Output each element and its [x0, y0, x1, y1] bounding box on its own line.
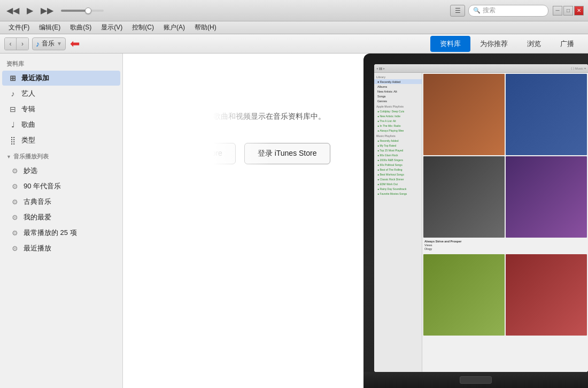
mini-albums-grid [422, 73, 588, 239]
back-forward-buttons: ‹ › [4, 37, 29, 50]
songs-label: 歌曲 [21, 120, 35, 130]
playlists-section[interactable]: ▼ 音乐播放列表 [0, 148, 122, 163]
mini-itunes-ui: ◂ ▮▮ ▸ ⟨ ⟩ Music ▾ Library ● Recently Ad… [374, 64, 588, 372]
recent-icon: ⚙ [11, 245, 19, 253]
albums-label: 专辑 [21, 104, 35, 114]
mini-item-recently: ● Recently Added [374, 79, 422, 84]
mini-pl-6: ● 60s Political Songs [374, 162, 422, 167]
menu-file[interactable]: 文件(F) [4, 22, 34, 33]
next-button[interactable]: ▶▶ [38, 4, 56, 17]
menu-bar: 文件(F) 编辑(E) 歌曲(S) 显示(V) 控制(C) 账户(A) 帮助(H… [0, 21, 588, 34]
sidebar-item-albums[interactable]: ⊟ 专辑 [2, 102, 120, 117]
close-button[interactable]: ✕ [574, 6, 584, 16]
sidebar-item-top25[interactable]: ⚙ 最常播放的 25 项 [2, 225, 120, 240]
list-view-button[interactable]: ☰ [450, 5, 465, 17]
mini-always-strive: Always Strive and Prosper [424, 240, 586, 243]
macbook-body: ◂ ▮▮ ▸ ⟨ ⟩ Music ▾ Library ● Recently Ad… [363, 54, 588, 388]
sidebar-item-90s[interactable]: ⚙ 90 年代音乐 [2, 179, 120, 194]
library-section-label: 资料库 [0, 56, 122, 70]
menu-account[interactable]: 账户(A) [159, 22, 189, 33]
mini-album-1 [423, 74, 505, 155]
volume-thumb [85, 7, 91, 14]
menu-edit[interactable]: 编辑(E) [35, 22, 65, 33]
mini-pl-1: ● Recently Added [374, 138, 422, 143]
sidebar-item-recent[interactable]: ⚙ 最近播放 [2, 241, 120, 256]
mini-body: Library ● Recently Added Albums New Arti… [374, 73, 588, 372]
mini-controls: ◂ ▮▮ ▸ [376, 66, 385, 70]
main-area: 资料库 ⊞ 最近添加 ♪ 艺人 ⊟ 专辑 ♩ 歌曲 ⣿ 类型 ▼ 音乐播放列表 … [0, 54, 588, 388]
forward-button[interactable]: › [17, 38, 28, 50]
sidebar-item-classical[interactable]: ⚙ 古典音乐 [2, 194, 120, 209]
menu-song[interactable]: 歌曲(S) [66, 22, 96, 33]
tab-browse[interactable]: 浏览 [517, 36, 551, 52]
mini-item-albums: Albums [374, 84, 422, 89]
artists-icon: ♪ [9, 89, 17, 98]
menu-controls[interactable]: 控制(C) [128, 22, 158, 33]
playlist-chevron-icon: ▼ [6, 154, 11, 159]
mini-prev-icon: ◂ [376, 66, 378, 70]
source-label: 音乐 [42, 39, 55, 48]
mini-apple-3: ● The A List: Alt [374, 118, 422, 123]
recently-added-icon: ⊞ [9, 74, 17, 82]
music-note-icon: ♪ [36, 40, 40, 48]
mini-apple-4: ● In The Mix: Radio [374, 123, 422, 128]
search-box[interactable]: 🔍 搜索 [468, 5, 548, 17]
sidebar-item-genius[interactable]: ⚙ 妙选 [2, 163, 120, 178]
chevron-down-icon: ▼ [57, 41, 62, 47]
mini-pl-4: ● 90s Glam Rock [374, 153, 422, 157]
genres-label: 类型 [21, 135, 35, 145]
sidebar-item-favorites[interactable]: ⚙ 我的最爱 [2, 210, 120, 225]
mini-bottom-album-2 [506, 254, 587, 336]
mini-sidebar: Library ● Recently Added Albums New Arti… [374, 73, 422, 372]
mini-pl-11: ● Rainy Day Soundtrack [374, 186, 422, 191]
mini-playlists-label: Music Playlists [374, 133, 422, 138]
mini-item-genres: Genres [374, 98, 422, 103]
nav-bar: ‹ › ♪ 音乐 ▼ ⬅ 资料库 为你推荐 浏览 广播 [0, 34, 588, 54]
tab-recommended[interactable]: 为你推荐 [470, 36, 517, 52]
mini-apple-1: ● Coldplay: Deep Cuts [374, 109, 422, 113]
title-bar: ◀◀ ▶ ▶▶ ☰ 🔍 搜索 ─ □ ✕ [0, 0, 588, 21]
transport-controls: ◀◀ ▶ ▶▶ [4, 4, 104, 17]
search-area: ☰ 🔍 搜索 [450, 5, 548, 17]
macbook-image: ◂ ▮▮ ▸ ⟨ ⟩ Music ▾ Library ● Recently Ad… [363, 54, 588, 388]
mini-item-artists: New Artists: Alt [374, 89, 422, 94]
top25-label: 最常播放的 25 项 [24, 228, 77, 238]
tab-library[interactable]: 资料库 [430, 36, 470, 52]
login-store-button[interactable]: 登录 iTunes Store [244, 143, 330, 164]
minimize-button[interactable]: ─ [553, 6, 562, 16]
favorites-label: 我的最爱 [24, 212, 51, 222]
mini-album-3 [423, 156, 505, 238]
play-button[interactable]: ▶ [25, 4, 35, 17]
mini-bottom-albums [422, 253, 588, 337]
sidebar-item-songs[interactable]: ♩ 歌曲 [2, 117, 120, 132]
sidebar-item-recently-added[interactable]: ⊞ 最近添加 [2, 71, 120, 86]
menu-help[interactable]: 帮助(H) [190, 22, 221, 33]
source-selector[interactable]: ♪ 音乐 ▼ [32, 37, 66, 50]
search-placeholder: 搜索 [483, 6, 496, 15]
genres-icon: ⣿ [9, 136, 17, 144]
albums-icon: ⊟ [9, 105, 17, 113]
mini-item-songs: Songs [374, 94, 422, 98]
favorites-icon: ⚙ [11, 214, 19, 222]
goto-store-button[interactable]: 前往 iTunes Store [150, 143, 236, 164]
tab-radio[interactable]: 广播 [551, 36, 584, 52]
mini-pl-10: ● EDM Work Out [374, 181, 422, 186]
classical-icon: ⚙ [11, 198, 19, 206]
maximize-button[interactable]: □ [563, 6, 573, 16]
90s-label: 90 年代音乐 [24, 181, 61, 191]
mini-apple-5: ● Always Playing Wee [374, 128, 422, 133]
mini-next-icon: ▸ [383, 66, 385, 70]
mini-ology: Ology [424, 247, 586, 250]
mini-pl-12: ● Favorite Movies Songs [374, 191, 422, 196]
macbook-base [363, 372, 588, 388]
mini-pl-5: ● 2000s R&B Singers [374, 157, 422, 162]
back-button[interactable]: ‹ [5, 38, 17, 50]
volume-slider[interactable] [61, 10, 104, 12]
sidebar-item-genres[interactable]: ⣿ 类型 [2, 133, 120, 148]
macbook-trackpad [460, 376, 492, 384]
mini-album-2 [506, 74, 587, 155]
sidebar-item-artists[interactable]: ♪ 艺人 [2, 86, 120, 101]
menu-view[interactable]: 显示(V) [97, 22, 127, 33]
prev-button[interactable]: ◀◀ [4, 4, 21, 17]
mini-apple-2: ● New Artists: Indie [374, 113, 422, 118]
